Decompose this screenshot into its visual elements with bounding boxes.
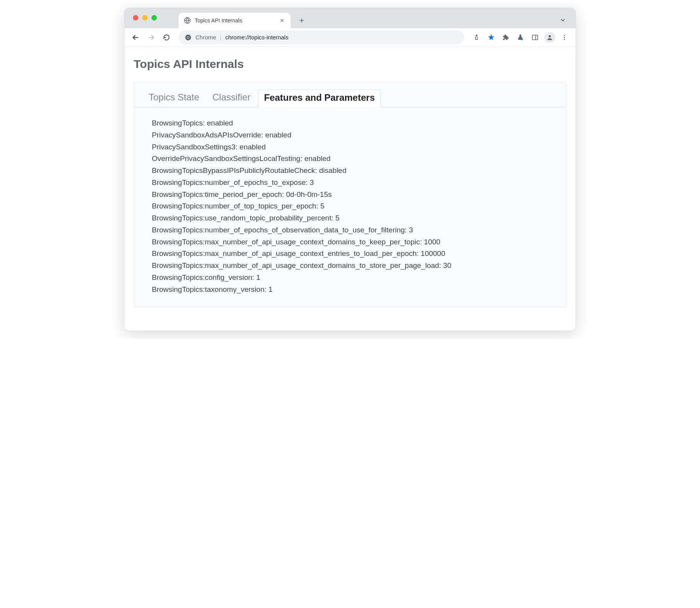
tabs-menu-button[interactable] (559, 17, 566, 24)
panel: Topics State Classifier Features and Par… (134, 82, 566, 307)
side-panel-icon[interactable] (528, 31, 542, 44)
reload-button[interactable] (160, 31, 173, 44)
svg-point-15 (549, 35, 551, 37)
extensions-icon[interactable] (499, 31, 512, 44)
omnibox-scheme-label: Chrome (195, 34, 216, 41)
browser-tab-active[interactable]: Topics API Internals (178, 13, 291, 28)
bookmark-star-icon[interactable] (484, 31, 498, 44)
back-button[interactable] (129, 31, 142, 44)
titlebar: Topics API Internals (124, 8, 576, 28)
list-item: OverridePrivacySandboxSettingsLocalTesti… (152, 153, 566, 165)
content-area: Topics API Internals Topics State Classi… (124, 47, 576, 330)
browser-window: Topics API Internals (124, 8, 576, 331)
page-title: Topics API Internals (134, 58, 566, 71)
list-item: BrowsingTopics: enabled (152, 117, 566, 129)
browser-tabs-row: Topics API Internals (178, 8, 576, 28)
profile-button[interactable] (543, 31, 556, 44)
labs-icon[interactable] (514, 31, 527, 44)
svg-point-16 (564, 35, 565, 36)
tab-classifier[interactable]: Classifier (207, 90, 256, 107)
list-item: BrowsingTopics:config_version: 1 (152, 272, 566, 284)
svg-rect-13 (532, 35, 538, 40)
browser-tab-title: Topics API Internals (195, 17, 275, 24)
share-icon[interactable] (470, 31, 483, 44)
forward-button[interactable] (144, 31, 158, 44)
avatar-icon (544, 32, 555, 43)
omnibox-url: chrome://topics-internals (225, 34, 288, 41)
list-item: PrivacySandboxSettings3: enabled (152, 141, 566, 153)
menu-button[interactable] (558, 31, 571, 44)
list-item: BrowsingTopics:max_number_of_api_usage_c… (152, 248, 566, 260)
window-controls (133, 15, 157, 20)
svg-point-18 (564, 39, 565, 40)
list-item: BrowsingTopicsBypassIPIsPubliclyRoutable… (152, 165, 566, 177)
window-maximize-button[interactable] (151, 15, 157, 20)
chrome-icon (185, 34, 192, 41)
new-tab-button[interactable] (296, 15, 308, 26)
window-minimize-button[interactable] (142, 15, 148, 20)
list-item: BrowsingTopics:taxonomy_version: 1 (152, 284, 566, 296)
omnibox[interactable]: Chrome | chrome://topics-internals (178, 30, 464, 44)
close-tab-button[interactable] (279, 17, 285, 24)
page-tabs: Topics State Classifier Features and Par… (134, 83, 566, 107)
toolbar-right (470, 31, 571, 44)
svg-point-10 (187, 36, 189, 38)
list-item: BrowsingTopics:number_of_epochs_to_expos… (152, 177, 566, 189)
list-item: BrowsingTopics:number_of_top_topics_per_… (152, 200, 566, 212)
toolbar: Chrome | chrome://topics-internals (124, 28, 576, 47)
list-item: PrivacySandboxAdsAPIsOverride: enabled (152, 129, 566, 141)
window-close-button[interactable] (133, 15, 138, 20)
svg-point-17 (564, 37, 565, 38)
svg-marker-11 (488, 34, 494, 40)
svg-point-12 (521, 38, 523, 40)
list-item: BrowsingTopics:use_random_topic_probabil… (152, 212, 566, 224)
list-item: BrowsingTopics:time_period_per_epoch: 0d… (152, 189, 566, 201)
tab-features-parameters[interactable]: Features and Parameters (258, 90, 381, 107)
omnibox-separator: | (220, 34, 221, 41)
tab-topics-state[interactable]: Topics State (143, 90, 205, 107)
list-item: BrowsingTopics:max_number_of_api_usage_c… (152, 260, 566, 272)
list-item: BrowsingTopics:number_of_epochs_of_obser… (152, 224, 566, 236)
globe-icon (184, 17, 191, 24)
list-item: BrowsingTopics:max_number_of_api_usage_c… (152, 236, 566, 248)
parameters-list: BrowsingTopics: enabled PrivacySandboxAd… (134, 107, 566, 295)
